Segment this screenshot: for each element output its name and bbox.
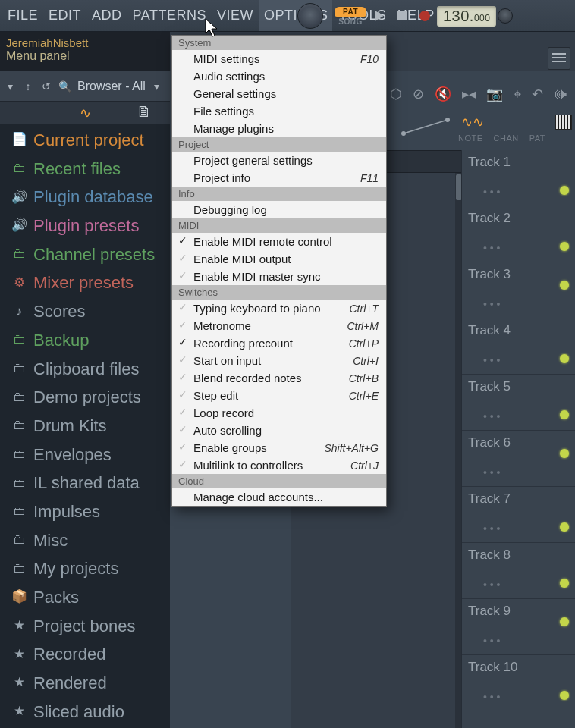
focus-icon[interactable]: ⌖ [514,86,521,102]
browser-item-current-project[interactable]: 📄Current project [0,126,170,155]
track-mute-led[interactable] [560,617,569,626]
track-ellipsis-icon[interactable]: • • • [483,298,500,310]
browser-item-scores[interactable]: ♪Scores [0,297,170,326]
menu-item-multilink-to-controllers[interactable]: Multilink to controllersCtrl+J [172,457,386,474]
track-mute-led[interactable] [560,186,569,195]
track-ellipsis-icon[interactable]: • • • [483,635,500,647]
menu-item-audio-settings[interactable]: Audio settings [172,67,386,85]
menu-item-enable-midi-master-sync[interactable]: Enable MIDI master sync [172,268,386,285]
browser-item-channel-presets[interactable]: 🗀Channel presets [0,240,170,269]
menu-item-project-general-settings[interactable]: Project general settings [172,152,386,169]
track-mute-led[interactable] [560,579,569,588]
piano-icon[interactable] [555,115,572,130]
camera-icon[interactable]: 📷 [486,86,503,102]
stop-button[interactable] [391,5,413,27]
pat-song-switch[interactable]: PAT SONG [334,7,367,26]
browser-item-misc[interactable]: 🗀Misc [0,526,170,555]
cancel-icon[interactable]: ⊘ [413,86,424,102]
marker-icon[interactable]: ▸◂ [462,86,476,102]
track-mute-led[interactable] [560,522,569,532]
track-ellipsis-icon[interactable]: • • • [483,579,500,591]
browser-item-mixer-presets[interactable]: ⚙Mixer presets [0,268,170,297]
track-ellipsis-icon[interactable]: • • • [483,466,500,479]
browser-item-recent-files[interactable]: 🗀Recent files [0,155,170,184]
browser-item-sliced-audio[interactable]: ★Sliced audio [0,698,170,726]
track-header-10[interactable]: Track 10• • • [462,655,575,711]
track-header-4[interactable]: Track 4• • • [462,318,575,375]
collapse-icon[interactable]: ▾ [3,80,17,93]
sublabel-chan[interactable]: CHAN [494,133,519,143]
menu-file[interactable]: FILE [3,0,42,31]
magnet-icon[interactable]: ⬡ [390,86,402,102]
track-header-6[interactable]: Track 6• • • [462,431,575,487]
browser-item-plugin-database[interactable]: 🔊Plugin database [0,183,170,212]
menu-item-enable-groups[interactable]: Enable groupsShift+Alt+G [172,439,386,457]
sound-icon[interactable]: 🕪 [554,86,567,102]
browser-item-backup[interactable]: 🗀Backup [0,326,170,355]
track-header-2[interactable]: Track 2• • • [462,206,575,262]
menu-view[interactable]: VIEW [212,0,258,31]
track-header-5[interactable]: Track 5• • • [462,375,575,431]
tempo-display[interactable]: 130.000 [437,6,496,27]
menu-item-loop-record[interactable]: Loop record [172,404,386,422]
browser-item-clipboard-files[interactable]: 🗀Clipboard files [0,355,170,384]
track-header-3[interactable]: Track 3• • • [462,262,575,318]
menu-item-recording-precount[interactable]: Recording precountCtrl+P [172,334,386,352]
track-mute-led[interactable] [560,354,569,363]
browser-item-il-shared-data[interactable]: 🗀IL shared data [0,469,170,497]
menu-item-step-edit[interactable]: Step editCtrl+E [172,387,386,404]
menu-item-midi-settings[interactable]: MIDI settingsF10 [172,50,386,67]
wave-icon[interactable]: ∿∿ [461,114,484,130]
menu-item-general-settings[interactable]: General settings [172,85,386,102]
menu-patterns[interactable]: PATTERNS [128,0,211,31]
menu-item-file-settings[interactable]: File settings [172,102,386,120]
record-button[interactable] [414,5,435,27]
menu-edit[interactable]: EDIT [44,0,86,31]
browser-title[interactable]: Browser - All [77,80,146,93]
main-volume-knob[interactable] [297,3,323,29]
track-ellipsis-icon[interactable]: • • • [483,691,500,703]
play-button[interactable] [369,5,390,27]
mute-icon[interactable]: 🔇 [435,86,451,102]
up-down-icon[interactable]: ↕ [21,80,35,93]
automation-clip-icon[interactable] [397,114,455,140]
track-header-9[interactable]: Track 9• • • [462,599,575,655]
browser-item-recorded[interactable]: ★Recorded [0,640,170,669]
menu-item-manage-plugins[interactable]: Manage plugins [172,120,386,137]
browser-item-impulses[interactable]: 🗀Impulses [0,497,170,526]
menu-item-start-on-input[interactable]: Start on inputCtrl+I [172,352,386,369]
search-icon[interactable]: 🔍 [58,80,71,93]
track-ellipsis-icon[interactable]: • • • [483,522,500,535]
menu-item-typing-keyboard-to-piano[interactable]: Typing keyboard to pianoCtrl+T [172,300,386,317]
menu-item-debugging-log[interactable]: Debugging log [172,201,386,218]
browser-item-demo-projects[interactable]: 🗀Demo projects [0,383,170,412]
track-mute-led[interactable] [560,410,569,419]
undo-icon[interactable]: ↶ [532,86,543,102]
browser-item-envelopes[interactable]: 🗀Envelopes [0,441,170,469]
browser-item-project-bones[interactable]: ★Project bones [0,612,170,641]
browser-item-packs[interactable]: 📦Packs [0,583,170,612]
track-header-7[interactable]: Track 7• • • [462,487,575,543]
menu-item-metronome[interactable]: MetronomeCtrl+M [172,317,386,334]
track-mute-led[interactable] [560,691,569,700]
browser-item-plugin-presets[interactable]: 🔊Plugin presets [0,212,170,240]
browser-item-rendered[interactable]: ★Rendered [0,669,170,698]
track-header-8[interactable]: Track 8• • • [462,543,575,599]
menu-item-enable-midi-remote-control[interactable]: Enable MIDI remote control [172,233,386,250]
menu-item-blend-recorded-notes[interactable]: Blend recorded notesCtrl+B [172,369,386,387]
sublabel-note[interactable]: NOTE [458,133,483,143]
track-mute-led[interactable] [560,242,569,251]
track-ellipsis-icon[interactable]: • • • [483,354,500,366]
sublabel-pat[interactable]: PAT [529,133,545,143]
track-ellipsis-icon[interactable]: • • • [483,186,500,198]
menu-item-auto-scrolling[interactable]: Auto scrolling [172,422,386,439]
track-ellipsis-icon[interactable]: • • • [483,242,500,254]
browser-item-my-projects[interactable]: 🗀My projects [0,554,170,583]
track-mute-led[interactable] [560,449,569,458]
menu-item-project-info[interactable]: Project infoF11 [172,169,386,187]
browser-dropdown-icon[interactable]: ▾ [150,80,164,93]
reread-icon[interactable]: ↺ [39,80,53,93]
menu-item-enable-midi-output[interactable]: Enable MIDI output [172,250,386,268]
waveform-tab-icon[interactable]: ∿ [80,105,91,121]
track-header-1[interactable]: Track 1• • • [462,150,575,206]
